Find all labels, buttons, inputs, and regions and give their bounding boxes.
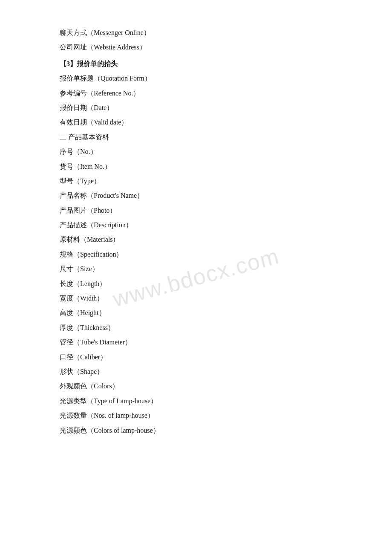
list-item-lamp-house-type: 光源类型（Type of Lamp-house） [60, 394, 332, 408]
list-item-specification: 规格（Specification） [60, 247, 332, 262]
list-item-item-no: 货号（Item No.） [60, 159, 332, 174]
list-item-colors: 外观颜色（Colors） [60, 379, 332, 393]
list-item-shape: 形状（Shape） [60, 364, 332, 379]
list-item-width: 宽度（Width） [60, 291, 332, 306]
list-item-description: 产品描述（Description） [60, 218, 332, 232]
content-list: 聊天方式（Messenger Online）公司网址（Website Addre… [60, 26, 332, 438]
list-item-website: 公司网址（Website Address） [60, 40, 332, 55]
list-item-section3: 【3】报价单的抬头 [60, 57, 332, 71]
list-item-length: 长度（Length） [60, 277, 332, 291]
list-item-no: 序号（No.） [60, 145, 332, 159]
list-item-lamp-house-nos: 光源数量（Nos. of lamp-house） [60, 408, 332, 423]
list-item-date: 报价日期（Date） [60, 101, 332, 115]
list-item-reference-no: 参考编号（Reference No.） [60, 86, 332, 101]
list-item-quotation-form: 报价单标题（Quotation Form） [60, 71, 332, 86]
list-item-lamp-house-colors: 光源颜色（Colors of lamp-house） [60, 423, 332, 438]
list-item-messenger: 聊天方式（Messenger Online） [60, 26, 332, 40]
list-item-photo: 产品图片（Photo） [60, 203, 332, 218]
list-item-caliber: 口径（Caliber） [60, 350, 332, 364]
list-item-product-name: 产品名称（Product's Name） [60, 188, 332, 203]
list-item-materials: 原材料（Materials） [60, 232, 332, 247]
list-item-height: 高度（Height） [60, 306, 332, 320]
page-container: www.bdocx.com 聊天方式（Messenger Online）公司网址… [0, 0, 392, 555]
list-item-section2: 二 产品基本资料 [60, 130, 332, 145]
list-item-thickness: 厚度（Thickness） [60, 321, 332, 335]
list-item-tube-diameter: 管径（Tube's Diameter） [60, 335, 332, 350]
list-item-valid-date: 有效日期（Valid date） [60, 115, 332, 130]
list-item-type: 型号（Type） [60, 174, 332, 188]
list-item-size: 尺寸（Size） [60, 262, 332, 276]
